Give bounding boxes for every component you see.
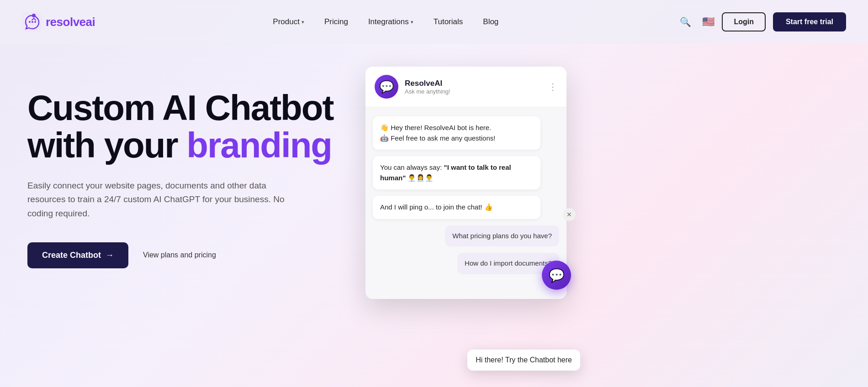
- svg-point-1: [32, 14, 36, 17]
- hero-title: Custom AI Chatbot with your branding: [27, 89, 347, 164]
- nav-pricing[interactable]: Pricing: [316, 13, 356, 31]
- language-selector[interactable]: 🇺🇸: [702, 16, 715, 28]
- chat-bot-subtitle: Ask me anything!: [405, 88, 548, 95]
- chat-window: 💬 ResolveAI Ask me anything! ⋮ 👋 Hey the…: [365, 67, 566, 299]
- hero-title-line2: with your: [27, 125, 186, 165]
- arrow-right-icon: →: [106, 251, 114, 260]
- nav-actions: 🔍 🇺🇸 Login Start free trial: [676, 12, 846, 31]
- chat-tooltip: Hi there! Try the Chatbot here: [467, 350, 580, 371]
- hero-cta: Create Chatbot → View plans and pricing: [27, 242, 347, 268]
- search-button[interactable]: 🔍: [676, 13, 695, 31]
- chat-message-1: 👋 Hey there! ResolveAI bot is here. 🤖 Fe…: [373, 116, 540, 150]
- chat-message-3: And I will ping o... to join the chat! 👍: [373, 196, 540, 219]
- logo-text-accent: ai: [86, 15, 95, 29]
- nav-integrations[interactable]: Integrations ▾: [360, 13, 422, 31]
- avatar: 💬: [375, 75, 398, 99]
- hero-subtitle: Easily connect your website pages, docum…: [27, 179, 292, 220]
- hero-section: Custom AI Chatbot with your branding Eas…: [0, 44, 868, 387]
- nav-blog[interactable]: Blog: [475, 13, 507, 31]
- nav-product[interactable]: Product ▾: [265, 13, 312, 31]
- chat-float-icon: 💬: [549, 268, 565, 283]
- chat-bot-name: ResolveAI: [405, 79, 548, 88]
- logo-text-plain: resolve: [46, 15, 86, 29]
- chevron-down-icon: ▾: [411, 19, 413, 25]
- view-plans-link[interactable]: View plans and pricing: [143, 251, 216, 259]
- nav-tutorials[interactable]: Tutorials: [425, 13, 471, 31]
- svg-point-4: [34, 21, 36, 23]
- chat-body: 👋 Hey there! ResolveAI bot is here. 🤖 Fe…: [365, 107, 566, 299]
- svg-point-3: [32, 21, 33, 23]
- hero-title-line1: Custom AI Chatbot: [27, 88, 333, 128]
- hero-content: Custom AI Chatbot with your branding Eas…: [27, 71, 347, 268]
- chat-message-4: What pricing plans do you have?: [445, 225, 559, 247]
- chat-float-button[interactable]: 💬: [542, 261, 571, 290]
- navbar: resolveai Product ▾ Pricing Integrations…: [0, 0, 868, 44]
- close-tooltip-button[interactable]: ✕: [563, 208, 576, 221]
- svg-point-2: [29, 21, 31, 23]
- hero-chat-demo: 💬 ResolveAI Ask me anything! ⋮ 👋 Hey the…: [347, 67, 566, 299]
- login-button[interactable]: Login: [722, 12, 766, 31]
- start-trial-button[interactable]: Start free trial: [773, 12, 846, 31]
- hero-title-accent: branding: [186, 125, 332, 165]
- create-chatbot-button[interactable]: Create Chatbot →: [27, 242, 128, 268]
- bot-icon: 💬: [379, 80, 394, 94]
- chat-message-2: You can always say: "I want to talk to r…: [373, 156, 540, 189]
- chat-options-icon[interactable]: ⋮: [548, 81, 557, 92]
- chevron-down-icon: ▾: [302, 19, 304, 25]
- logo[interactable]: resolveai: [22, 12, 95, 32]
- nav-links: Product ▾ Pricing Integrations ▾ Tutoria…: [265, 13, 507, 31]
- chat-header: 💬 ResolveAI Ask me anything! ⋮: [365, 67, 566, 107]
